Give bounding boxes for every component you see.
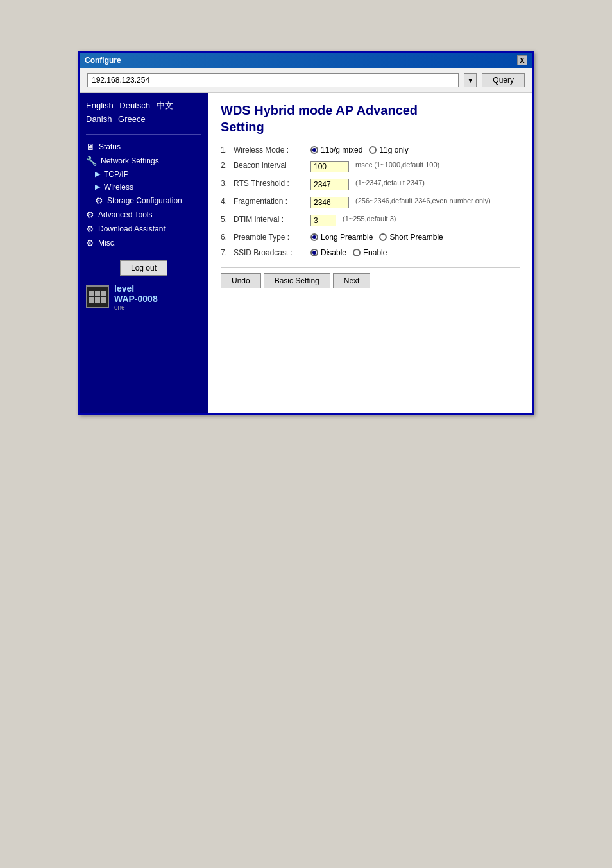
nav-network-settings[interactable]: 🔧 Network Settings — [86, 154, 201, 168]
brand-sub: one — [114, 304, 158, 311]
rts-control: (1~2347,default 2347) — [310, 179, 520, 190]
device-name: WAP-0008 — [114, 294, 158, 304]
nav-storage[interactable]: ⚙ Storage Configuration — [86, 194, 201, 208]
nav-misc[interactable]: ⚙ Misc. — [86, 236, 201, 250]
content-area: WDS Hybrid mode AP Advanced Setting 1. W… — [208, 93, 532, 413]
row-num-5: 5. — [221, 215, 234, 224]
frag-input[interactable] — [310, 197, 349, 208]
nav-status[interactable]: 🖥 Status — [86, 140, 201, 154]
nav-status-label: Status — [99, 142, 121, 151]
radio-short-preamble-btn[interactable] — [379, 233, 387, 241]
tools-icon: ⚙ — [86, 210, 94, 220]
setting-rts: 3. RTS Threshold : (1~2347,default 2347) — [221, 179, 520, 190]
rts-input[interactable] — [310, 179, 349, 190]
undo-button[interactable]: Undo — [221, 273, 261, 288]
radio-disable-btn[interactable] — [310, 249, 318, 256]
title-bar: Configure X — [80, 53, 532, 68]
logo-cell — [89, 291, 94, 296]
window-title: Configure — [85, 56, 121, 65]
row-num-1: 1. — [221, 146, 234, 154]
sidebar: English Deutsch 中文 Danish Greece 🖥 Statu… — [80, 93, 208, 413]
nav-download-assistant[interactable]: ⚙ Download Assistant — [86, 222, 201, 236]
nav-download-label: Download Assistant — [98, 224, 166, 233]
nav-tcp-ip[interactable]: ▶ TCP/IP — [86, 168, 201, 181]
lang-deutsch[interactable]: Deutsch — [119, 101, 150, 110]
logo-cell — [89, 297, 94, 303]
row-num-4: 4. — [221, 197, 234, 206]
beacon-hint: msec (1~1000,default 100) — [355, 161, 439, 169]
row-num-3: 3. — [221, 179, 234, 188]
radio-long-preamble-label: Long Preamble — [321, 233, 373, 242]
radio-long-preamble-btn[interactable] — [310, 233, 318, 241]
frag-hint: (256~2346,default 2346,even number only) — [355, 197, 491, 204]
frag-control: (256~2346,default 2346,even number only) — [310, 197, 520, 208]
arrow-icon: ▶ — [95, 170, 100, 178]
logout-button[interactable]: Log out — [120, 260, 167, 276]
ssid-control: Disable Enable — [310, 248, 520, 257]
nav-advanced-tools[interactable]: ⚙ Advanced Tools — [86, 208, 201, 222]
logo-grid — [89, 291, 106, 303]
sidebar-bottom: Log out level WAP — [86, 260, 201, 311]
lang-danish[interactable]: Danish — [86, 114, 112, 124]
basic-setting-button[interactable]: Basic Setting — [264, 273, 330, 288]
nav-storage-label: Storage Configuration — [107, 196, 182, 205]
radio-11bg-button[interactable] — [310, 146, 318, 154]
logo-cell — [95, 291, 100, 296]
address-input[interactable] — [87, 73, 459, 87]
lang-english[interactable]: English — [86, 101, 114, 110]
storage-icon: ⚙ — [95, 196, 103, 206]
radio-disable[interactable]: Disable — [310, 248, 346, 257]
setting-fragmentation: 4. Fragmentation : (256~2346,default 234… — [221, 197, 520, 208]
dtim-hint: (1~255,default 3) — [343, 215, 396, 222]
arrow-icon2: ▶ — [95, 183, 100, 191]
row-label-4: Fragmentation : — [234, 197, 310, 206]
beacon-input[interactable] — [310, 161, 349, 172]
nav-misc-label: Misc. — [98, 238, 116, 247]
logo-cell — [95, 297, 100, 303]
row-num-2: 2. — [221, 161, 234, 170]
address-dropdown[interactable]: ▼ — [464, 73, 477, 87]
language-section: English Deutsch 中文 Danish Greece — [86, 99, 201, 126]
nav-tools-label: Advanced Tools — [98, 210, 153, 219]
lang-chinese[interactable]: 中文 — [157, 101, 173, 110]
radio-long-preamble[interactable]: Long Preamble — [310, 233, 373, 242]
radio-11g[interactable]: 11g only — [369, 146, 408, 154]
query-button[interactable]: Query — [482, 73, 525, 87]
beacon-control: msec (1~1000,default 100) — [310, 161, 520, 172]
logo-cell — [101, 297, 106, 303]
setting-beacon: 2. Beacon interval msec (1~1000,default … — [221, 161, 520, 172]
misc-icon: ⚙ — [86, 238, 94, 248]
network-icon: 🔧 — [86, 156, 97, 166]
setting-wireless-mode: 1. Wireless Mode : 11b/g mixed 11g only — [221, 146, 520, 154]
nav-wireless[interactable]: ▶ Wireless — [86, 181, 201, 194]
radio-11bg[interactable]: 11b/g mixed — [310, 146, 362, 154]
radio-11g-label: 11g only — [379, 146, 408, 154]
close-button[interactable]: X — [517, 55, 527, 65]
setting-dtim: 5. DTIM interval : (1~255,default 3) — [221, 215, 520, 226]
radio-enable-btn[interactable] — [353, 249, 361, 256]
logo-icon — [86, 285, 109, 308]
radio-enable[interactable]: Enable — [353, 248, 387, 257]
radio-11bg-label: 11b/g mixed — [321, 146, 362, 154]
radio-enable-label: Enable — [363, 248, 387, 257]
row-label-3: RTS Threshold : — [234, 179, 310, 188]
rts-hint: (1~2347,default 2347) — [355, 179, 425, 187]
row-label-7: SSID Broadcast : — [234, 248, 310, 257]
lang-greece[interactable]: Greece — [118, 114, 146, 124]
nav-tcp-label: TCP/IP — [104, 170, 129, 179]
radio-11g-button[interactable] — [369, 146, 377, 154]
dtim-input[interactable] — [310, 215, 336, 226]
configure-window: Configure X ▼ Query English Deutsch 中文 D… — [78, 51, 534, 415]
setting-ssid: 7. SSID Broadcast : Disable Enable — [221, 248, 520, 257]
logo-cell — [101, 291, 106, 296]
row-label-2: Beacon interval — [234, 161, 310, 170]
status-icon: 🖥 — [86, 142, 95, 152]
row-label-6: Preamble Type : — [234, 233, 310, 242]
next-button[interactable]: Next — [333, 273, 371, 288]
address-bar: ▼ Query — [80, 68, 532, 93]
download-icon: ⚙ — [86, 224, 94, 234]
radio-short-preamble-label: Short Preamble — [389, 233, 443, 242]
radio-short-preamble[interactable]: Short Preamble — [379, 233, 443, 242]
wireless-mode-control: 11b/g mixed 11g only — [310, 146, 520, 154]
nav-wireless-label: Wireless — [104, 183, 133, 192]
